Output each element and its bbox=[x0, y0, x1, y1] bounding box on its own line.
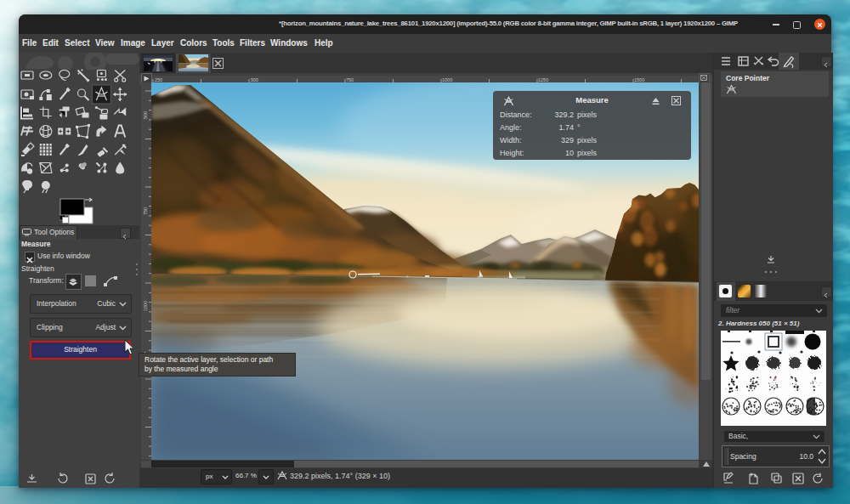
svg-text:750: 750 bbox=[143, 207, 148, 215]
svg-text:500: 500 bbox=[143, 111, 148, 119]
svg-text:1000: 1000 bbox=[143, 301, 148, 311]
